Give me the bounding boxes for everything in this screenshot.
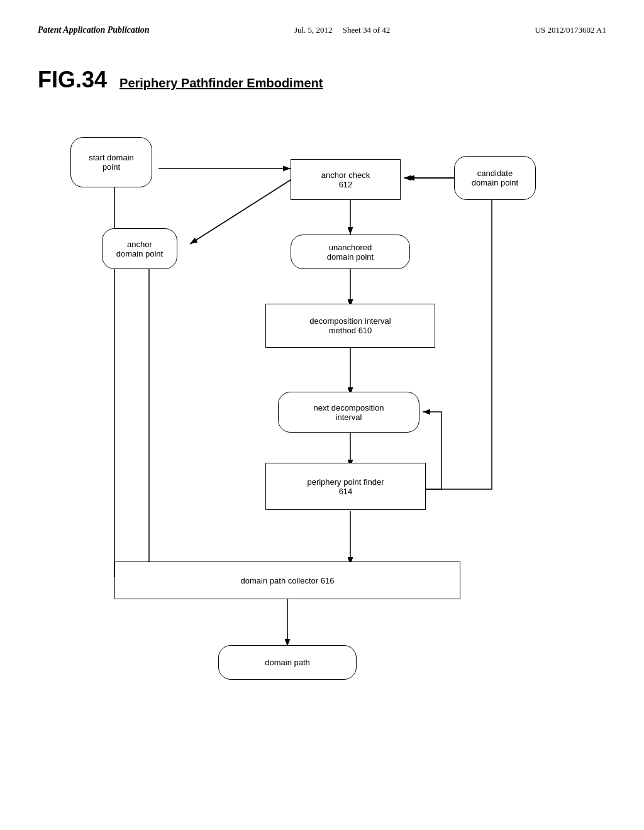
periphery-point-finder-node: periphery point finder 614 xyxy=(265,463,426,510)
decomposition-interval-node: decomposition interval method 610 xyxy=(265,304,435,348)
next-decomposition-interval-node: next decomposition interval xyxy=(278,392,419,433)
page: Patent Application Publication Jul. 5, 2… xyxy=(0,0,644,830)
svg-line-5 xyxy=(190,178,294,244)
header-date: Jul. 5, 2012 xyxy=(294,25,333,35)
header-sheet: Sheet 34 of 42 xyxy=(343,25,390,35)
candidate-domain-point-node: candidate domain point xyxy=(454,156,536,200)
unanchored-domain-point-node: unanchored domain point xyxy=(291,235,410,269)
domain-path-node: domain path xyxy=(218,645,357,680)
start-domain-point-node: start domain point xyxy=(70,137,152,187)
figure-label: FIG.34 xyxy=(38,67,107,93)
domain-path-collector-node: domain path collector 616 xyxy=(114,562,460,599)
header-patent-number: US 2012/0173602 A1 xyxy=(535,25,606,35)
flowchart-diagram: start domain point anchor domain point a… xyxy=(52,118,592,734)
header-publication-label: Patent Application Publication xyxy=(38,25,150,35)
anchor-domain-point-node: anchor domain point xyxy=(102,228,177,269)
figure-title: FIG.34 Periphery Pathfinder Embodiment xyxy=(38,67,606,93)
header: Patent Application Publication Jul. 5, 2… xyxy=(38,25,606,35)
header-date-sheet: Jul. 5, 2012 Sheet 34 of 42 xyxy=(294,25,390,35)
figure-subtitle: Periphery Pathfinder Embodiment xyxy=(119,76,323,91)
anchor-check-node: anchor check 612 xyxy=(291,159,401,200)
